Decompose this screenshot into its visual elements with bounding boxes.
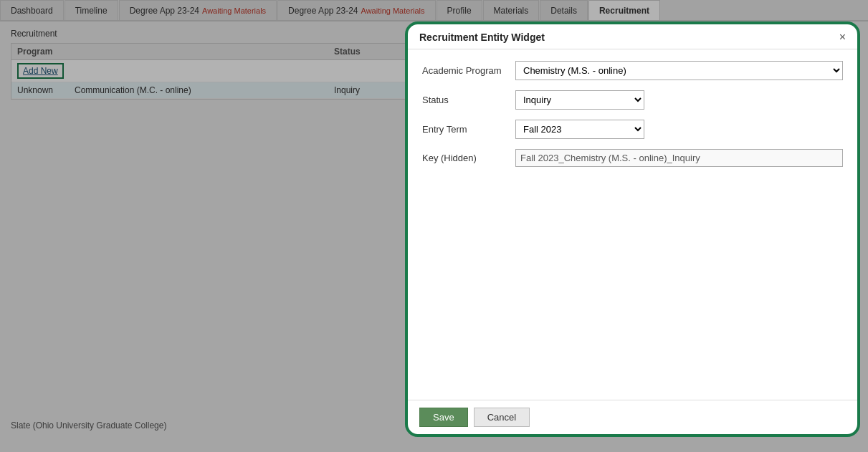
status-row: Status InquiryAppliedAdmittedEnrolledWit… <box>422 90 843 110</box>
modal-body: Academic Program Chemistry (M.S. - onlin… <box>408 49 857 400</box>
modal-title: Recruitment Entity Widget <box>419 32 545 43</box>
key-hidden-label: Key (Hidden) <box>422 153 515 163</box>
modal-header: Recruitment Entity Widget × <box>408 24 857 49</box>
modal-footer: Save Cancel <box>408 400 857 434</box>
status-label: Status <box>422 95 515 105</box>
cancel-button[interactable]: Cancel <box>474 408 530 427</box>
save-button[interactable]: Save <box>419 408 468 427</box>
academic-program-select[interactable]: Chemistry (M.S. - online)Communication (… <box>515 61 843 80</box>
key-hidden-control <box>515 149 843 167</box>
entry-term-row: Entry Term Fall 2023Spring 2024Summer 20… <box>422 120 843 139</box>
academic-program-control: Chemistry (M.S. - online)Communication (… <box>515 61 843 80</box>
entry-term-label: Entry Term <box>422 124 515 135</box>
status-select[interactable]: InquiryAppliedAdmittedEnrolledWithdrawn <box>515 90 644 110</box>
modal-close-button[interactable]: × <box>839 32 846 43</box>
entry-term-select[interactable]: Fall 2023Spring 2024Summer 2024Fall 2024 <box>515 120 644 139</box>
key-hidden-input[interactable] <box>515 149 843 167</box>
modal-dialog: Recruitment Entity Widget × Academic Pro… <box>405 21 860 437</box>
key-hidden-row: Key (Hidden) <box>422 149 843 167</box>
academic-program-label: Academic Program <box>422 65 515 76</box>
entry-term-control: Fall 2023Spring 2024Summer 2024Fall 2024 <box>515 120 843 139</box>
status-control: InquiryAppliedAdmittedEnrolledWithdrawn <box>515 90 843 110</box>
academic-program-row: Academic Program Chemistry (M.S. - onlin… <box>422 61 843 80</box>
